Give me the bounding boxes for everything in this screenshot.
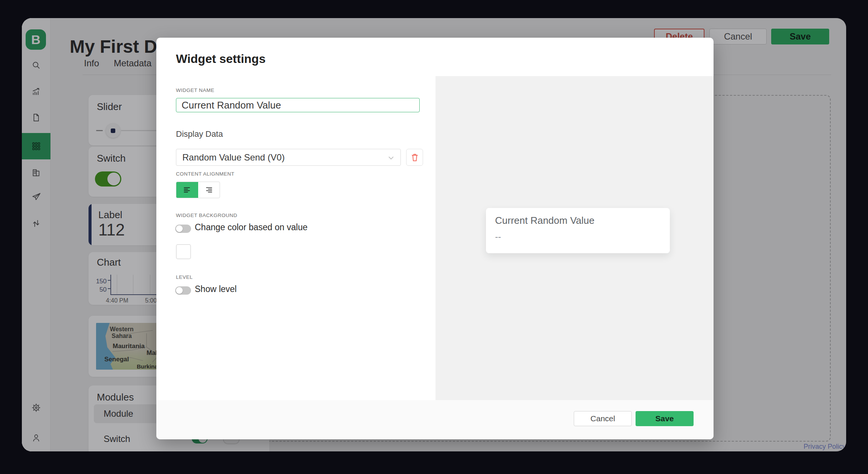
toggle-knob (176, 225, 183, 232)
modal-cancel-button[interactable]: Cancel (574, 411, 632, 426)
screenshot-stage: My First Device Delete Cancel Save Info … (0, 0, 868, 474)
widget-name-input[interactable] (176, 98, 420, 112)
chevron-down-icon (387, 154, 395, 162)
widget-settings-modal: Widget settings WIDGET NAME Display Data… (156, 38, 714, 439)
modal-footer: Cancel Save (156, 400, 714, 439)
align-right-button[interactable] (198, 182, 220, 198)
display-data-heading: Display Data (176, 129, 223, 139)
datastream-selected-value: Random Value Send (V0) (182, 152, 285, 163)
align-left-icon (183, 185, 192, 194)
show-level-toggle-label: Show level (195, 284, 237, 294)
align-right-icon (204, 185, 213, 194)
background-color-swatch[interactable] (176, 244, 191, 259)
content-alignment-group (176, 182, 220, 198)
widget-background-label: WIDGET BACKGROUND (176, 213, 237, 218)
modal-title: Widget settings (176, 52, 266, 66)
level-label: LEVEL (176, 274, 193, 280)
modal-save-button[interactable]: Save (636, 411, 694, 426)
widget-preview-card: Current Random Value -- (486, 208, 670, 253)
align-left-button[interactable] (176, 182, 198, 198)
widget-name-label: WIDGET NAME (176, 87, 214, 93)
preview-widget-value: -- (495, 231, 501, 242)
remove-datastream-button[interactable] (406, 149, 423, 166)
toggle-knob (176, 287, 183, 294)
trash-icon (410, 153, 420, 162)
change-color-toggle[interactable] (175, 225, 191, 233)
content-alignment-label: CONTENT ALIGNMENT (176, 171, 234, 177)
preview-widget-title: Current Random Value (495, 215, 594, 226)
show-level-toggle[interactable] (175, 286, 191, 295)
datastream-select[interactable]: Random Value Send (V0) (176, 149, 401, 166)
change-color-toggle-label: Change color based on value (195, 222, 307, 232)
app-window: My First Device Delete Cancel Save Info … (22, 18, 846, 451)
